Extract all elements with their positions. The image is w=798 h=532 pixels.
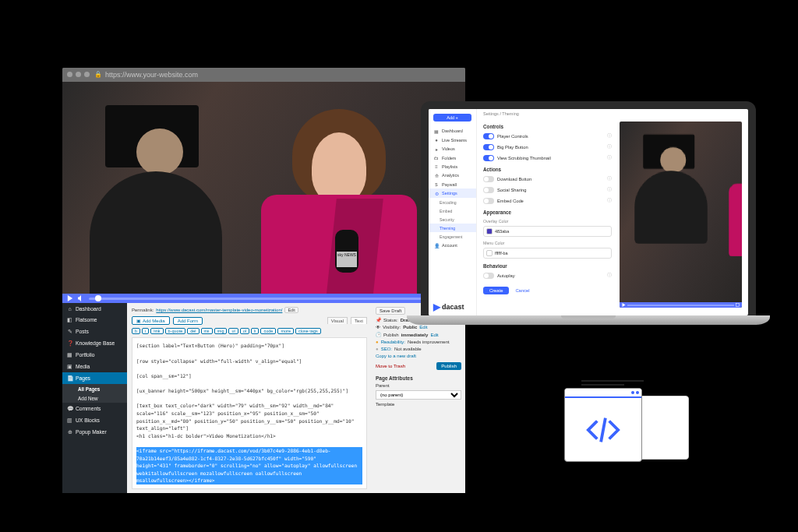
progress-knob[interactable] [95, 295, 101, 301]
kb-icon: ❓ [67, 340, 72, 347]
menu-color-field[interactable]: ffffff-ba [483, 248, 612, 259]
dc-sub-engagement[interactable]: Engagement [429, 232, 476, 241]
parent-select[interactable]: (no parent) [376, 390, 461, 400]
toggle-social[interactable] [483, 187, 494, 193]
dc-nav-dashboard[interactable]: ▦Dashboard [429, 126, 476, 136]
dc-nav-settings[interactable]: ⚙Settings [429, 188, 476, 198]
wp-nav-posts[interactable]: ✎Posts [62, 326, 127, 337]
wp-nav-kb[interactable]: ❓Knowledge Base [62, 337, 127, 349]
selected-code: msallowfullscreen></iframe> [136, 477, 362, 484]
appearance-heading: Appearance [483, 210, 612, 215]
quicktags: b i link b-quote del ins img ul ol li co… [132, 328, 367, 334]
preview-controls[interactable] [620, 302, 742, 308]
wp-sub-pages: All Pages Add New [62, 384, 127, 403]
qt-bquote[interactable]: b-quote [165, 328, 186, 334]
toggle-autoplay[interactable] [483, 273, 494, 279]
dc-sidebar: Add + ▦Dashboard ●Live Streams ▸Videos 🗀… [429, 109, 477, 315]
create-button[interactable]: Create [483, 287, 509, 294]
publish-button[interactable]: Publish [436, 362, 461, 370]
wp-nav-pages[interactable]: 📄Pages [62, 372, 127, 384]
wp-nav-comments[interactable]: 💬Comments [62, 403, 127, 414]
qt-ul[interactable]: ul [228, 328, 238, 334]
volume-icon[interactable] [78, 295, 84, 301]
dc-sub-embed[interactable]: Embed [429, 206, 476, 215]
dc-nav-account[interactable]: 👤Account [429, 241, 476, 250]
dc-logo-area: ▶dacast [429, 298, 476, 315]
cancel-button[interactable]: Cancel [512, 287, 532, 294]
info-icon[interactable]: ⓘ [607, 143, 612, 150]
progress-bar[interactable] [627, 305, 734, 306]
toggle-scrubbing[interactable] [483, 155, 494, 161]
dc-nav-analytics[interactable]: ⟰Analytics [429, 171, 476, 180]
code-editor[interactable]: [section label="Text+Button (Hero)" padd… [132, 337, 367, 489]
wp-nav-flatsome[interactable]: ◧Flatsome [62, 314, 127, 326]
permalink-edit[interactable]: Edit [284, 307, 298, 313]
wp-main: Permalink: https://www.dacast.com/master… [127, 303, 465, 493]
minimize-dot[interactable] [76, 72, 81, 77]
qt-img[interactable]: img [214, 328, 228, 334]
dc-sub-theming[interactable]: Theming [429, 224, 476, 232]
qt-more[interactable]: more [277, 328, 294, 334]
dc-nav-folders[interactable]: 🗀Folders [429, 153, 476, 162]
qt-del[interactable]: del [187, 328, 199, 334]
play-icon[interactable] [67, 295, 73, 301]
qt-li[interactable]: li [251, 328, 259, 334]
toggle-player-controls[interactable] [483, 133, 494, 139]
info-icon[interactable]: ⓘ [607, 186, 612, 193]
permalink-url[interactable]: https://www.dacast.com/master-template-v… [156, 308, 282, 312]
toggle-download[interactable] [483, 176, 494, 182]
window-controls[interactable] [67, 72, 90, 77]
info-icon[interactable]: ⓘ [607, 175, 612, 182]
dc-nav-videos[interactable]: ▸Videos [429, 144, 476, 153]
qt-link[interactable]: link [150, 328, 163, 334]
qt-close[interactable]: close tags [295, 328, 321, 334]
close-dot[interactable] [67, 72, 72, 77]
qt-code[interactable]: code [260, 328, 276, 334]
edit-schedule[interactable]: Edit [430, 333, 438, 337]
color-swatch [486, 250, 493, 256]
qt-ins[interactable]: ins [201, 328, 213, 334]
wp-nav-ux-blocks[interactable]: ▥UX Blocks [62, 414, 127, 426]
qt-i[interactable]: i [142, 328, 149, 334]
media-icon: ▣ [136, 318, 141, 323]
add-button[interactable]: Add + [433, 114, 471, 122]
wp-nav-portfolio[interactable]: ▦Portfolio [62, 349, 127, 361]
move-to-trash[interactable]: Move to Trash [376, 364, 405, 368]
dc-nav-live[interactable]: ●Live Streams [429, 136, 476, 144]
info-icon[interactable]: ⓘ [607, 132, 612, 139]
overlay-color-field[interactable]: 483aba [483, 226, 612, 237]
fullscreen-icon[interactable] [736, 303, 740, 307]
info-icon[interactable]: ⓘ [607, 154, 612, 161]
progress-bar[interactable] [89, 298, 423, 300]
dc-nav-paywall[interactable]: $Paywall [429, 180, 476, 188]
code-line: <h1 class="h1-dc bolder">Video Monetizat… [136, 432, 362, 440]
qt-ol[interactable]: ol [240, 328, 249, 334]
tab-text[interactable]: Text [351, 317, 367, 324]
svg-rect-1 [736, 304, 740, 307]
dc-sub-encoding[interactable]: Encoding [429, 198, 476, 206]
qt-b[interactable]: b [132, 328, 140, 334]
copy-draft-link[interactable]: Copy to a new draft [376, 354, 416, 358]
play-icon[interactable] [622, 303, 626, 307]
add-media-button[interactable]: ▣Add Media [132, 316, 170, 325]
video-controls[interactable]: 0:08 [62, 294, 465, 304]
info-icon[interactable]: ⓘ [607, 272, 612, 279]
wp-nav-popup[interactable]: ⊕Popup Maker [62, 426, 127, 438]
wp-nav-media[interactable]: ▣Media [62, 361, 127, 372]
tab-visual[interactable]: Visual [327, 317, 348, 324]
dc-nav-playlists[interactable]: ≡Playlists [429, 162, 476, 171]
video-player[interactable]: sky NEWS [62, 82, 465, 294]
address-bar[interactable]: 🔒 https://www.your-website.com [94, 71, 198, 79]
page-attrs-title: Page Attributes [376, 375, 461, 381]
save-draft-button[interactable]: Save Draft [376, 307, 405, 315]
toggle-embed[interactable] [483, 198, 494, 204]
dc-sub-security[interactable]: Security [429, 215, 476, 224]
wp-sub-add-new[interactable]: Add New [73, 393, 127, 403]
add-form-button[interactable]: Add Form [173, 317, 203, 325]
maximize-dot[interactable] [84, 72, 90, 77]
wp-sub-all-pages[interactable]: All Pages [73, 384, 127, 393]
card-titlebar [565, 389, 641, 398]
wp-nav-dashboard[interactable]: ⌂Dashboard [62, 303, 127, 314]
toggle-big-play[interactable] [483, 144, 494, 150]
info-icon[interactable]: ⓘ [607, 197, 612, 204]
